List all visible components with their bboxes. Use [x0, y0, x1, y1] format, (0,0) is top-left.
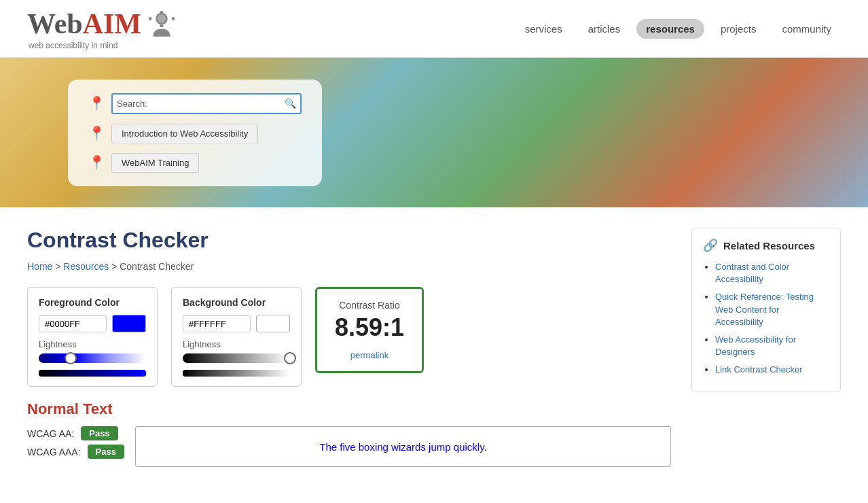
normal-text-title: Normal Text [27, 400, 671, 418]
foreground-lightness-slider[interactable] [39, 353, 146, 363]
hero-intro-row: 📍 Introduction to Web Accessibility [88, 124, 302, 143]
list-item: Link Contrast Checker [715, 364, 829, 376]
wcag-aaa-row: WCAG AAA: Pass [27, 445, 124, 459]
hero-card: 📍 Search: 🔍 📍 Introduction to Web Access… [68, 80, 322, 186]
color-section: Foreground Color Lightness Background Co… [27, 287, 671, 387]
wcag-aa-label: WCAG AA: [27, 428, 74, 439]
background-swatch[interactable] [256, 315, 290, 332]
header: Web AIM web accessibility in mind serv [0, 0, 868, 58]
content-area: Contrast Checker Home > Resources > Cont… [27, 228, 671, 467]
foreground-hex-input[interactable] [39, 315, 107, 332]
wcag-aaa-badge: Pass [88, 445, 124, 459]
list-item: Quick Reference: Testing Web Content for… [715, 291, 829, 328]
svg-rect-4 [149, 17, 151, 20]
sidebar: 🔗 Related Resources Contrast and Color A… [691, 228, 841, 467]
breadcrumb: Home > Resources > Contrast Checker [27, 261, 671, 272]
logo-web: Web [27, 7, 83, 40]
page-title: Contrast Checker [27, 228, 671, 253]
related-link-2[interactable]: Web Accessibility for Designers [715, 334, 796, 357]
nav-projects[interactable]: projects [711, 19, 766, 39]
link-icon: 🔗 [703, 238, 718, 253]
search-pin-icon: 📍 [88, 95, 105, 111]
related-link-1[interactable]: Quick Reference: Testing Web Content for… [715, 292, 814, 326]
related-title-text: Related Resources [723, 240, 815, 252]
sample-text-box: The five boxing wizards jump quickly. [135, 426, 671, 467]
logo-icon [145, 7, 179, 41]
wcag-results: WCAG AA: Pass WCAG AAA: Pass [27, 426, 124, 459]
background-lightness-label: Lightness [183, 339, 290, 349]
svg-rect-5 [172, 17, 175, 20]
foreground-input-row [39, 315, 146, 332]
permalink-link[interactable]: permalink [333, 350, 405, 360]
training-pin-icon: 📍 [88, 154, 105, 171]
contrast-ratio-label: Contrast Ratio [333, 300, 405, 311]
background-title: Background Color [183, 297, 290, 308]
background-lightness-slider[interactable] [183, 353, 290, 363]
list-item: Contrast and Color Accessibility [715, 261, 829, 285]
search-input[interactable] [151, 97, 285, 110]
breadcrumb-sep1: > [55, 261, 63, 272]
hero-search-row: 📍 Search: 🔍 [88, 93, 302, 114]
sample-text: The five boxing wizards jump quickly. [319, 441, 487, 453]
nav-articles[interactable]: articles [579, 19, 630, 39]
related-link-3[interactable]: Link Contrast Checker [715, 364, 803, 375]
svg-rect-3 [160, 24, 164, 27]
search-box: Search: 🔍 [111, 93, 302, 114]
background-input-row [183, 315, 290, 332]
breadcrumb-current: Contrast Checker [120, 261, 194, 272]
foreground-swatch[interactable] [112, 315, 146, 332]
background-hex-input[interactable] [183, 315, 251, 332]
list-item: Web Accessibility for Designers [715, 334, 829, 358]
breadcrumb-resources[interactable]: Resources [63, 261, 109, 272]
logo-tagline: web accessibility in mind [29, 41, 179, 50]
training-button[interactable]: WebAIM Training [111, 153, 199, 173]
normal-text-row: WCAG AA: Pass WCAG AAA: Pass The five bo… [27, 426, 671, 467]
wcag-aa-badge: Pass [81, 426, 117, 440]
related-resources-box: 🔗 Related Resources Contrast and Color A… [691, 228, 841, 392]
logo-text: Web AIM web accessibility in mind [27, 7, 179, 50]
contrast-ratio-box: Contrast Ratio 8.59:1 permalink [315, 287, 424, 373]
main: Contrast Checker Home > Resources > Cont… [0, 207, 868, 487]
hero-banner: 📍 Search: 🔍 📍 Introduction to Web Access… [0, 58, 868, 207]
svg-rect-2 [160, 11, 164, 14]
foreground-title: Foreground Color [39, 297, 146, 308]
breadcrumb-home[interactable]: Home [27, 261, 52, 272]
nav: services articles resources projects com… [516, 19, 841, 39]
logo-area: Web AIM web accessibility in mind [27, 7, 179, 50]
background-gradient-bar [183, 370, 290, 377]
breadcrumb-sep2: > [111, 261, 120, 272]
svg-point-1 [158, 14, 166, 23]
background-box: Background Color Lightness [171, 287, 302, 387]
wcag-aaa-label: WCAG AAA: [27, 447, 81, 457]
related-title: 🔗 Related Resources [703, 238, 829, 253]
nav-resources[interactable]: resources [636, 19, 704, 39]
foreground-gradient-bar [39, 370, 146, 377]
foreground-lightness-label: Lightness [39, 339, 146, 349]
related-list: Contrast and Color Accessibility Quick R… [703, 261, 829, 377]
nav-services[interactable]: services [516, 19, 572, 39]
logo-aim: AIM [83, 7, 141, 40]
hero-training-row: 📍 WebAIM Training [88, 153, 302, 173]
related-link-0[interactable]: Contrast and Color Accessibility [715, 262, 789, 284]
nav-community[interactable]: community [772, 19, 841, 39]
contrast-ratio-value: 8.59:1 [333, 313, 405, 342]
intro-button[interactable]: Introduction to Web Accessibility [111, 124, 258, 143]
search-label: Search: [117, 99, 147, 109]
foreground-box: Foreground Color Lightness [27, 287, 158, 387]
search-icon[interactable]: 🔍 [285, 98, 296, 109]
intro-pin-icon: 📍 [88, 125, 105, 141]
wcag-aa-row: WCAG AA: Pass [27, 426, 124, 440]
